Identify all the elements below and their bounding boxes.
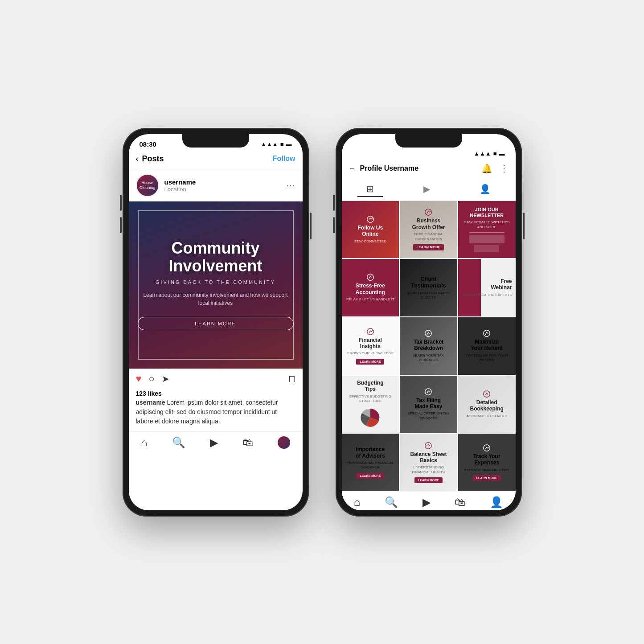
notch-right [395, 134, 462, 148]
nav-search-right[interactable]: 🔍 [385, 496, 398, 509]
left-phone-screen: 08:30 ▲▲▲ ■ ▬ ‹ Posts Follow H [129, 134, 303, 510]
chart-icon-3 [366, 273, 374, 281]
bottom-nav-right: ⌂ 🔍 ▶ 🛍 👤 [342, 491, 516, 510]
chart-icon-1 [366, 215, 374, 223]
caption: username Lorem ipsum dolor sit amet, con… [129, 398, 303, 431]
community-subtitle: GIVING BACK TO THE COMMUNITY [138, 279, 294, 285]
signal-icon: ▲▲▲ [261, 141, 278, 148]
chart-icon-8 [483, 390, 491, 398]
post-header-left: ‹ Posts [136, 154, 164, 164]
location-label: Location [164, 186, 196, 193]
share-button[interactable]: ➤ [162, 373, 169, 384]
bottom-nav-left: ⌂ 🔍 ▶ 🛍 [129, 431, 303, 461]
nav-home-right[interactable]: ⌂ [354, 496, 361, 509]
signal-icon-right: ▲▲▲ [474, 150, 491, 157]
follow-button[interactable]: Follow [273, 155, 295, 163]
like-button[interactable]: ♥ [136, 373, 142, 385]
time-left: 08:30 [139, 140, 156, 148]
image-grid: Follow UsOnline STAY CONNECTED BusinessG… [342, 201, 516, 491]
avatar-label: House Cleaning [137, 180, 158, 190]
pie-chart [359, 406, 381, 429]
post-image-content: Community Involvement GIVING BACK TO THE… [129, 230, 303, 339]
likes-count: 123 likes [129, 389, 303, 398]
user-row-left: House Cleaning username Location [136, 174, 196, 197]
svg-point-3 [367, 328, 373, 334]
profile-more-button[interactable]: ⋮ [500, 163, 509, 174]
action-left: ♥ ○ ➤ [136, 373, 169, 385]
post-actions: ♥ ○ ➤ ⊓ [129, 369, 303, 389]
community-title: Community Involvement [138, 239, 294, 275]
nav-profile-right[interactable]: 👤 [490, 496, 503, 509]
grid-item-taxbracket[interactable]: Tax BracketBreakdown LEARN YOUR TAX BRAC… [400, 317, 457, 375]
chart-icon-10 [483, 444, 491, 452]
learn-more-button[interactable]: LEARN MORE [138, 317, 294, 330]
nav-profile-left[interactable] [278, 436, 290, 449]
grid-item-track[interactable]: Track YourExpenses EXPENSE TRACKING TIPS… [458, 434, 516, 491]
tab-tagged[interactable]: 👤 [471, 182, 500, 197]
comment-button[interactable]: ○ [149, 373, 155, 385]
grid-item-follow[interactable]: Follow UsOnline STAY CONNECTED [342, 201, 399, 258]
more-options-button[interactable]: ⋯ [286, 180, 295, 191]
grid-item-balance[interactable]: Balance SheetBasics UNDERSTANDING FINANC… [400, 434, 457, 491]
nav-home-left[interactable]: ⌂ [141, 436, 148, 449]
svg-point-4 [425, 330, 431, 336]
profile-username-title: Profile Username [360, 164, 419, 172]
phone-right: ▲▲▲ ■ ▬ ← Profile Username 🔔 ⋮ [336, 128, 522, 517]
notification-bell[interactable]: 🔔 [481, 163, 492, 174]
grid-tabs: ⊞ ▶ 👤 [342, 178, 516, 201]
tab-grid[interactable]: ⊞ [357, 182, 383, 197]
chart-icon-4 [366, 328, 374, 336]
avatar[interactable]: House Cleaning [136, 174, 159, 197]
grid-item-stress[interactable]: Stress-FreeAccounting RELAX & LET US HAN… [342, 259, 399, 316]
wifi-icon: ■ [280, 141, 284, 148]
status-icons-left: ▲▲▲ ■ ▬ [261, 141, 291, 148]
battery-icon-right: ▬ [499, 150, 505, 157]
svg-point-5 [484, 330, 490, 336]
posts-title: Posts [142, 154, 164, 164]
nav-reels-right[interactable]: ▶ [422, 496, 431, 509]
chart-icon-2 [424, 208, 432, 216]
svg-point-2 [367, 274, 373, 280]
battery-icon: ▬ [286, 141, 292, 148]
chart-icon-5 [424, 329, 432, 337]
wifi-icon-right: ■ [493, 150, 497, 157]
post-image: Community Involvement GIVING BACK TO THE… [129, 201, 303, 369]
grid-item-budgeting[interactable]: BudgetingTips EFFECTIVE BUDGETING STRATE… [342, 376, 399, 433]
grid-item-importance[interactable]: Importanceof Advisors PROFESSIONAL FINAN… [342, 434, 399, 491]
nav-reels-left[interactable]: ▶ [210, 436, 218, 449]
grid-item-newsletter[interactable]: JOIN OURNEWSLETTER STAY UPDATED WITH TIP… [458, 201, 516, 258]
phone-left: 08:30 ▲▲▲ ■ ▬ ‹ Posts Follow H [123, 128, 309, 517]
username-label: username [164, 178, 196, 186]
nav-shop-left[interactable]: 🛍 [242, 436, 253, 449]
svg-point-9 [425, 442, 431, 448]
svg-point-7 [425, 388, 431, 394]
scene: 08:30 ▲▲▲ ■ ▬ ‹ Posts Follow H [123, 128, 522, 517]
notch-left [182, 134, 249, 148]
chart-icon-6 [483, 329, 491, 337]
profile-header: ← Profile Username 🔔 ⋮ [342, 160, 516, 178]
bookmark-button[interactable]: ⊓ [288, 373, 295, 385]
nav-search-left[interactable]: 🔍 [172, 436, 185, 449]
user-info: username Location [164, 178, 196, 193]
profile-back-button[interactable]: ← Profile Username [349, 164, 419, 172]
post-header: ‹ Posts Follow [129, 151, 303, 169]
community-description: Learn about our community involvement an… [138, 291, 294, 307]
grid-item-bookkeeping[interactable]: DetailedBookkeeping ACCURATE & RELIABLE [458, 376, 516, 433]
user-row: House Cleaning username Location ⋯ [129, 169, 303, 201]
grid-item-business[interactable]: BusinessGrowth Offer FREE FINANCIAL CONS… [400, 201, 457, 258]
status-icons-right: ▲▲▲ ■ ▬ [474, 150, 505, 157]
svg-point-1 [425, 209, 431, 215]
grid-item-maximize[interactable]: MaximizeYour Refund TOP DOLLAR FOR YOUR … [458, 317, 516, 375]
profile-header-right: 🔔 ⋮ [481, 163, 509, 174]
nav-shop-right[interactable]: 🛍 [455, 496, 465, 509]
grid-item-testimonials[interactable]: ClientTestimonials HEAR FROM OUR HAPPY C… [400, 259, 457, 316]
svg-point-0 [367, 216, 373, 222]
caption-username: username [136, 399, 165, 406]
back-arrow-right: ← [349, 164, 356, 172]
grid-item-financial[interactable]: FinancialInsights GROW YOUR KNOWLEDGE LE… [342, 317, 399, 375]
tab-reels[interactable]: ▶ [414, 182, 439, 197]
grid-item-webinar[interactable]: FreeWebinar LEARN FROM THE EXPERTS [458, 259, 516, 316]
chart-icon-9 [424, 442, 432, 450]
grid-item-taxfiling[interactable]: Tax FilingMade Easy SPECIAL OFFER ON TAX… [400, 376, 457, 433]
back-button[interactable]: ‹ [136, 154, 139, 164]
